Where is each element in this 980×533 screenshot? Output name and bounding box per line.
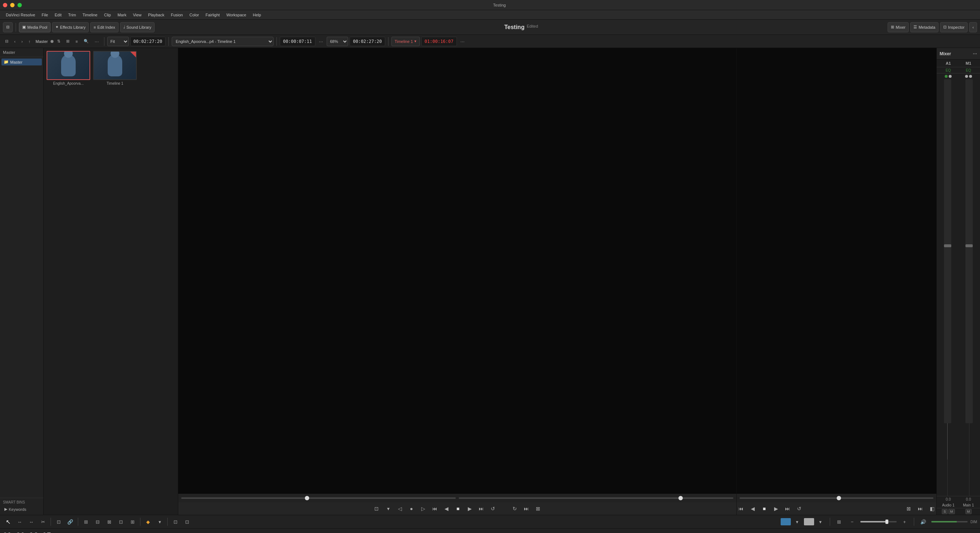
- menu-davinci[interactable]: DaVinci Resolve: [3, 12, 38, 18]
- menu-workspace[interactable]: Workspace: [223, 12, 249, 18]
- overwrite-button[interactable]: ⊟: [92, 517, 103, 527]
- edit-index-button[interactable]: ≡ Edit Index: [90, 22, 118, 32]
- list-view-button[interactable]: ≡: [73, 37, 80, 46]
- program-scrubber-track[interactable]: [740, 497, 934, 499]
- prg-fullscreen[interactable]: ⊠: [904, 504, 913, 513]
- scrubber-out-point[interactable]: [459, 497, 733, 499]
- effects-library-button[interactable]: ✦ Effects Library: [52, 22, 89, 32]
- minimize-button[interactable]: [10, 3, 14, 7]
- ch-m1-fader-track[interactable]: [966, 79, 973, 423]
- snap-button[interactable]: ⊡: [54, 517, 64, 527]
- program-scrubber[interactable]: [737, 494, 936, 503]
- track-color-blue-button[interactable]: [781, 518, 791, 525]
- match-frame-button[interactable]: ⊡: [170, 517, 180, 527]
- tl-zoom-out-button[interactable]: −: [962, 530, 969, 533]
- menu-file[interactable]: File: [39, 12, 51, 18]
- track-color-dropdown[interactable]: ▾: [792, 517, 802, 527]
- clip-item-1[interactable]: Timeline 1: [93, 51, 137, 86]
- source-scrubber[interactable]: [178, 494, 736, 503]
- ch-a1-fader-track[interactable]: [944, 79, 951, 423]
- scrubber-handle[interactable]: [305, 496, 309, 500]
- prg-skip-end[interactable]: ⏭: [783, 504, 792, 513]
- timeline-dropdown-icon[interactable]: ▾: [414, 39, 417, 44]
- sound-library-button[interactable]: ♩ Sound Library: [120, 22, 155, 32]
- prg-next[interactable]: ⏭: [916, 504, 925, 513]
- search-button[interactable]: 🔍: [81, 37, 91, 46]
- play-rev-button[interactable]: ●: [407, 504, 416, 513]
- fit-select[interactable]: Fit 25% 50% 100%: [107, 37, 129, 46]
- nav-forward-button[interactable]: ›: [19, 37, 25, 46]
- prg-stop[interactable]: ■: [760, 504, 768, 513]
- more-options-button3[interactable]: ···: [458, 37, 467, 46]
- prev-keyframe-button[interactable]: ◁: [395, 504, 404, 513]
- ch-m1-mute-button[interactable]: M: [966, 509, 972, 514]
- grid-view-button[interactable]: ⊞: [64, 37, 72, 46]
- prg-play-back[interactable]: ◀: [748, 504, 757, 513]
- menu-view[interactable]: View: [130, 12, 145, 18]
- skip-to-start-button[interactable]: ⏮: [430, 504, 439, 513]
- metadata-button[interactable]: ☰ Metadata: [910, 22, 939, 32]
- play-back-button[interactable]: ◀: [442, 504, 451, 513]
- master-volume-slider[interactable]: [931, 521, 967, 522]
- layout-toggle-button[interactable]: ⊟: [3, 22, 13, 32]
- menu-timeline[interactable]: Timeline: [80, 12, 100, 18]
- scrubber-track[interactable]: [181, 497, 456, 499]
- menu-fusion[interactable]: Fusion: [168, 12, 186, 18]
- timeline-select[interactable]: English_Apoorva...p4 - Timeline 1: [172, 37, 274, 46]
- menu-mark[interactable]: Mark: [115, 12, 129, 18]
- out-handle[interactable]: [678, 496, 683, 500]
- stop-button[interactable]: ■: [453, 504, 462, 513]
- forward-frame[interactable]: ▷: [419, 504, 428, 513]
- ch-a1-eq[interactable]: EQ: [940, 68, 957, 72]
- clip-item-0[interactable]: English_Apoorva...: [46, 51, 90, 86]
- sort-button[interactable]: ⇅: [55, 37, 62, 46]
- grid-overlay-button[interactable]: ⊞: [834, 517, 844, 527]
- tl-zoom-in-button[interactable]: +: [970, 530, 977, 533]
- nav-back-button[interactable]: ‹: [12, 37, 18, 46]
- mixer-button[interactable]: ⊞ Mixer: [888, 22, 909, 32]
- mixer-more-button[interactable]: ···: [973, 51, 977, 57]
- prg-alt[interactable]: ◧: [928, 504, 936, 513]
- ref-frame-button[interactable]: ⊡: [182, 517, 192, 527]
- aspect-ratio-button[interactable]: ⊡: [372, 504, 381, 513]
- marker-button[interactable]: ◆: [143, 517, 153, 527]
- prg-play[interactable]: ▶: [772, 504, 780, 513]
- menu-clip[interactable]: Clip: [101, 12, 114, 18]
- menu-help[interactable]: Help: [250, 12, 264, 18]
- next-keyframe-button[interactable]: ⏭: [522, 504, 531, 513]
- trim-tool-button[interactable]: ↔: [14, 517, 25, 527]
- master-bin-item[interactable]: 📁 Master: [2, 59, 42, 65]
- zoom-select[interactable]: 68% 50% 100% 200%: [327, 37, 348, 46]
- menu-color[interactable]: Color: [187, 12, 202, 18]
- inspector-button[interactable]: ⊡ Inspector: [940, 22, 967, 32]
- menu-playback[interactable]: Playback: [145, 12, 167, 18]
- program-scrubber-handle[interactable]: [837, 496, 841, 500]
- loop-clip-button[interactable]: ↻: [511, 504, 519, 513]
- more-options-button[interactable]: ···: [92, 37, 101, 46]
- prg-loop[interactable]: ↺: [795, 504, 803, 513]
- replace-button[interactable]: ⊠: [104, 517, 114, 527]
- layout-view-button[interactable]: ⊟: [3, 37, 11, 46]
- ch-a1-fader-handle[interactable]: [944, 244, 951, 247]
- maximize-button[interactable]: [18, 3, 22, 7]
- keywords-bin-item[interactable]: ▶ Keywords: [3, 506, 40, 512]
- flag-button[interactable]: ▾: [154, 517, 165, 527]
- audio-zoom-in-button[interactable]: +: [900, 517, 910, 527]
- loop-button[interactable]: ↺: [488, 504, 497, 513]
- ch-a1-mute-button[interactable]: M: [948, 509, 955, 514]
- select-tool-button[interactable]: ↖: [3, 517, 13, 527]
- ch-m1-eq[interactable]: EQ: [960, 68, 977, 72]
- play-button[interactable]: ▶: [465, 504, 474, 513]
- link-button[interactable]: 🔗: [65, 517, 75, 527]
- collapse-button[interactable]: ‹: [969, 22, 977, 32]
- skip-to-end-button[interactable]: ⏭: [477, 504, 486, 513]
- insert-button[interactable]: ⊞: [81, 517, 91, 527]
- track-color-gray-button[interactable]: [804, 518, 814, 525]
- nav-up-button[interactable]: ↑: [26, 37, 33, 46]
- ch-a1-solo-button[interactable]: S: [942, 509, 948, 514]
- track-color2-dropdown[interactable]: ▾: [816, 517, 826, 527]
- ch-m1-fader-handle[interactable]: [966, 244, 973, 247]
- fullscreen-button[interactable]: ⊠: [534, 504, 542, 513]
- media-pool-button[interactable]: ▣ Media Pool: [19, 22, 51, 32]
- above-button[interactable]: ⊞: [127, 517, 137, 527]
